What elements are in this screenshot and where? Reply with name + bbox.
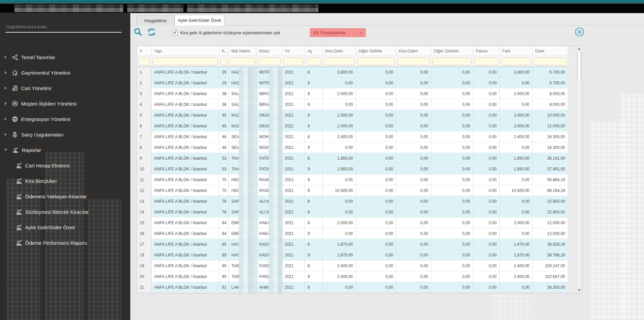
scrollbar-thumb[interactable] [578,51,581,80]
filter-input-yil[interactable] [283,57,304,65]
chevron-right-icon[interactable] [5,86,7,90]
app-shortcut-search-input[interactable] [5,23,122,33]
table-row[interactable]: 1ANFA LIFE A BLOK / İstanbul29HAZEMITRA2… [137,67,568,78]
cell-yil: 2021 [282,239,305,250]
table-row[interactable]: 6ANFA LIFE A BLOK / İstanbul45NAZEOKAN20… [137,121,568,131]
cell-kira-gideri: 0,00 [396,164,431,174]
table-row[interactable]: 16ANFA LIFE A BLOK / İstanbul84EMİNHAKA2… [137,228,568,239]
table-row[interactable]: 21ANFA LIFE A BLOK / İstanbul91LAMIAHMA2… [137,282,568,293]
search-icon[interactable] [134,28,142,38]
filter-input-kira-geliri[interactable] [324,57,355,65]
filter-input-diger-gelirler[interactable] [357,57,395,65]
filter-input-fark[interactable] [501,57,531,65]
filter-input-kira-gideri[interactable] [397,57,430,65]
chevron-down-icon[interactable] [4,149,7,151]
table-row[interactable]: 11ANFA LIFE A BLOK / İstanbul70HIDIRRASH… [137,174,568,185]
filter-input-ay[interactable] [306,57,321,65]
column-header-fatura[interactable]: Fatura [473,46,500,56]
cell-diger-gelirler: 0,00 [356,99,396,110]
sidebar-item-m-teri-i-li-kileri-y-netimi[interactable]: Müşteri İlişkileri Yönetimi [0,98,131,109]
filter-input-yapi[interactable] [152,57,218,65]
table-row[interactable]: 5ANFA LIFE A BLOK / İstanbul45NAZEOKAN20… [137,110,568,121]
column-header-yil[interactable]: Yıl [282,46,305,56]
filter-input-devir[interactable] [534,57,567,65]
window-title-bar [0,3,644,13]
table-row[interactable]: 10ANFA LIFE A BLOK / İstanbul53TAHAFATİH… [137,164,568,174]
cell-diger-giderler: 0,00 [431,217,473,228]
table-row[interactable]: 15ANFA LIFE A BLOK / İstanbul84EMİNHAKA2… [137,217,568,228]
table-row[interactable]: 8ANFA LIFE A BLOK / İstanbul48SEVDMOHA20… [137,142,568,153]
table-row[interactable]: 12ANFA LIFE A BLOK / İstanbul70HIDIRRASH… [137,185,568,196]
column-header-kira-gideri[interactable]: Kira Gideri [396,46,431,56]
sidebar-item-s-zle-mesi-bitecek-kirac-lar[interactable]: Sözleşmesi Bitecek Kiracılar [0,207,131,217]
column-header-ay[interactable]: Ay [305,46,323,56]
column-header-kira-geliri[interactable]: Kira Geliri [323,46,356,56]
sidebar-item--demesi-yakla-an-kirac-lar[interactable]: Ödemesi Yaklaşan Kiracılar [0,191,131,201]
cell-diger-gelirler: 0,00 [356,142,396,153]
sidebar-item-ayl-k-gelir-gider-zeti[interactable]: Aylık Gelir/Gider Özeti [0,222,131,232]
table-row[interactable]: 19ANFA LIFE A BLOK / İstanbul90TAREFARZA… [137,261,568,271]
cell-fark: 0,00 [500,282,533,293]
sidebar-item-label: Cari Hesap Ekstresi [25,163,70,168]
sidebar-item-label: Müşteri İlişkileri Yönetimi [21,101,77,107]
column-header-yapi[interactable]: Yapı [151,46,219,56]
sidebar-item--deme-performans-raporu[interactable]: Ödeme Performans Raporu [0,238,131,248]
sidebar-item-cari-y-netimi[interactable]: Cari Yönetimi [0,83,131,93]
filter-input-fatura[interactable] [474,57,498,65]
sidebar-item-gayrimenkul-y-netimi[interactable]: Gayrimenkul Yönetimi [0,68,131,78]
column-header-devir[interactable]: Devir [533,46,568,56]
filter-cell [431,56,473,66]
pull-from-contract-checkbox[interactable]: ✔ [173,30,178,35]
filter-input-mal-sahibi[interactable] [230,57,255,65]
table-row[interactable]: 2ANFA LIFE A BLOK / İstanbul29HAZEMITRA2… [137,78,568,88]
tab-aylik-gelir-gider-ozeti[interactable]: Aylık Gelir/Gider Özeti [175,15,224,26]
cell-devir: 8.000,00 [533,99,568,110]
table-row[interactable]: 9ANFA LIFE A BLOK / İstanbul53TAHAFATİH2… [137,153,568,164]
table-row[interactable]: 14ANFA LIFE A BLOK / İstanbul76SARİALI M… [137,207,568,217]
column-header-kapi[interactable]: K... [219,46,229,56]
sidebar-item-entegrasyon-y-netimi[interactable]: Entegrasyon Yönetimi [0,114,131,124]
data-grid: #YapıK...Mal SahiniKiracıYılAyKira Gelir… [137,46,582,293]
table-row[interactable]: 18ANFA LIFE A BLOK / İstanbul85HASAKADİR… [137,250,568,261]
chevron-right-icon[interactable] [5,102,7,105]
cell-yapi: ANFA LIFE A BLOK / İstanbul [151,78,219,88]
column-header-num[interactable]: # [137,46,151,56]
cell-diger-gelirler: 0,00 [356,239,396,250]
cell-kira-geliri: 0,00 [323,196,356,207]
column-header-kiraci[interactable]: Kiracı [257,46,282,56]
sidebar-item-kira-bor-lular-[interactable]: Kira Borçluları [0,176,131,186]
column-header-mal-sahibi[interactable]: Mal Sahini [229,46,257,56]
chevron-right-icon[interactable] [5,55,7,59]
sidebar-item-raporlar[interactable]: Raporlar [0,145,131,155]
table-row[interactable]: 20ANFA LIFE A BLOK / İstanbul90TAREFARZA… [137,271,568,282]
sidebar-item-sat-uygulamalar-[interactable]: Satış Uygulamaları [0,129,131,139]
table-row[interactable]: 4ANFA LIFE A BLOK / İstanbul38SALLİBRAH2… [137,99,568,110]
column-header-diger-giderler[interactable]: Diğer Giderler [431,46,473,56]
table-row[interactable]: 17ANFA LIFE A BLOK / İstanbul85HASAKADİR… [137,239,568,250]
column-header-diger-gelirler[interactable]: Diğer Gelirler [356,46,396,56]
chevron-right-icon[interactable] [5,133,7,136]
scroll-down-icon[interactable] [578,289,581,291]
scroll-up-icon[interactable] [578,48,581,50]
table-row[interactable]: 7ANFA LIFE A BLOK / İstanbul48SEVDMOHA20… [137,131,568,142]
refresh-icon[interactable] [147,28,156,38]
vertical-scrollbar[interactable] [577,46,582,293]
column-header-fark[interactable]: Fark [500,46,533,56]
cell-kira-geliri: 0,00 [323,207,356,217]
cell-diger-gelirler: 0,00 [356,228,396,239]
filter-input-diger-giderler[interactable] [432,57,472,65]
chevron-right-icon[interactable] [5,71,7,74]
tab-hosgeldiniz[interactable]: Hoşgeldiniz [136,15,175,26]
cell-fatura: 0,00 [473,228,500,239]
table-row[interactable]: 3ANFA LIFE A BLOK / İstanbul38SALLİBRAH2… [137,88,568,99]
filter-input-kiraci[interactable] [258,57,281,65]
chevron-right-icon[interactable] [5,117,7,121]
sidebar-item-cari-hesap-ekstresi[interactable]: Cari Hesap Ekstresi [0,160,131,170]
filter-input-num[interactable] [138,57,150,65]
extra-functions-button[interactable]: Ek Fonksiyonlar [310,28,366,37]
close-tab-button[interactable] [575,27,584,37]
cell-fark: 0,00 [500,207,533,217]
sidebar-item-temel-tan-mlar[interactable]: Temel Tanımlar [0,52,131,62]
filter-input-kapi[interactable] [220,57,227,65]
table-row[interactable]: 13ANFA LIFE A BLOK / İstanbul76SARİALI M… [137,196,568,207]
